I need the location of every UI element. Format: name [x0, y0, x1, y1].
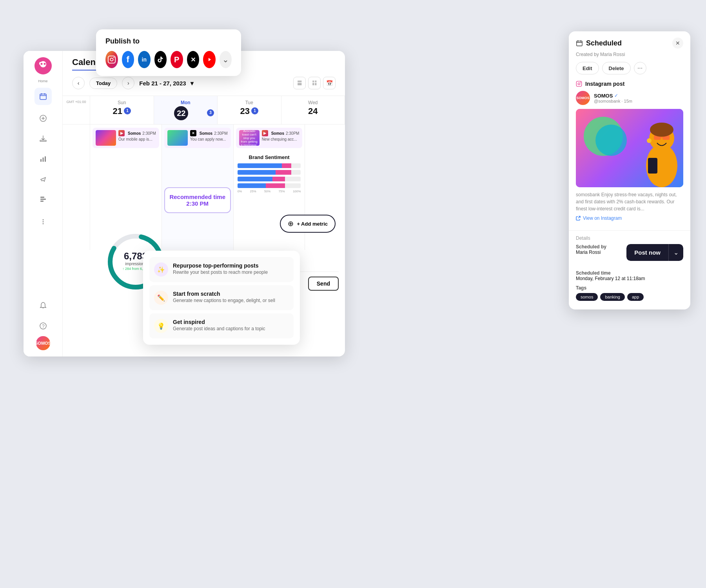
- calendar-grid-header: GMT +01:00 Sun 21 1 Mon 22 3 Tue: [63, 96, 345, 125]
- post-image: [576, 109, 683, 187]
- more-actions-button[interactable]: ···: [634, 62, 646, 74]
- svg-point-30: [113, 57, 114, 58]
- day-header-tue: Tue 23 1: [218, 96, 281, 125]
- date-range-selector[interactable]: Feb 21 - 27, 2023 ▼: [139, 80, 195, 87]
- ai-item-inspire[interactable]: 💡 Get inspired Generate post ideas and c…: [149, 313, 294, 338]
- sidebar-calendar[interactable]: [34, 88, 52, 105]
- sidebar-reports[interactable]: [34, 191, 52, 208]
- instagram-icon[interactable]: [105, 51, 118, 68]
- tags-list: somos banking app: [576, 293, 683, 301]
- svg-rect-16: [45, 156, 46, 162]
- svg-point-38: [580, 82, 581, 83]
- svg-point-20: [42, 219, 44, 221]
- post-now-button[interactable]: Post now: [626, 244, 668, 261]
- more-platforms-button[interactable]: ⌄: [220, 51, 232, 68]
- day-header-mon: Mon 22 3: [154, 96, 218, 125]
- svg-point-21: [42, 221, 44, 223]
- gmt-label: GMT +01:00: [63, 96, 90, 125]
- platform-icon-ig: ▶: [118, 130, 125, 136]
- post-thumbnail-sun: [96, 130, 116, 146]
- view-on-instagram-link[interactable]: View on Instagram: [576, 215, 683, 221]
- post-thumbnail-mon: [167, 130, 188, 146]
- sidebar-download[interactable]: [34, 130, 52, 147]
- post-now-chevron-button[interactable]: ⌄: [668, 244, 683, 261]
- svg-rect-19: [40, 201, 44, 202]
- svg-rect-5: [40, 94, 46, 100]
- ai-item-scratch[interactable]: ✏️ Start from scratch Generate new capti…: [149, 285, 294, 310]
- post-card-mon[interactable]: ✕ Somos 2:30PM You can apply now...: [164, 128, 231, 148]
- sidebar-notifications[interactable]: [34, 297, 52, 314]
- delete-button[interactable]: Delete: [602, 62, 631, 74]
- svg-rect-32: [577, 41, 582, 46]
- sidebar: Home ? SOMOS: [24, 51, 63, 356]
- svg-rect-14: [40, 159, 42, 162]
- svg-rect-12: [40, 140, 46, 141]
- publish-title: Publish to: [105, 37, 232, 45]
- linkedin-icon[interactable]: in: [138, 51, 151, 68]
- post-now-container: Post now ⌄ 👆: [626, 244, 683, 261]
- svg-text:?: ?: [42, 324, 45, 329]
- tag-banking: banking: [600, 293, 625, 301]
- app-logo[interactable]: [34, 57, 52, 74]
- calendar-view-button[interactable]: 📅: [323, 77, 336, 89]
- scheduled-header: Scheduled ✕: [569, 31, 690, 52]
- brand-sentiment-widget: Brand Sentiment: [236, 154, 303, 193]
- next-week-button[interactable]: ›: [122, 77, 134, 89]
- send-button[interactable]: Send: [308, 277, 339, 291]
- publish-icons: f in P ✕ ⌄: [105, 51, 232, 68]
- sidebar-help[interactable]: ?: [34, 317, 52, 335]
- list-view-button[interactable]: ☰: [293, 77, 306, 89]
- view-buttons: ☰ ☷ 📅: [293, 77, 336, 89]
- details-section: Details Scheduled by Maria Rossi Post no…: [569, 230, 690, 309]
- svg-point-22: [42, 223, 44, 224]
- prev-week-button[interactable]: ‹: [72, 77, 85, 89]
- post-card-tue[interactable]: Avocado toast can't stop you from gettin…: [236, 128, 303, 148]
- ai-tools-panel: ✨ Repurpose top-performing posts Rewrite…: [143, 251, 300, 345]
- user-avatar[interactable]: SOMOS: [36, 336, 50, 350]
- instagram-post-section: Instagram post SOMOS SOMOS ✓ @somosbank …: [569, 81, 690, 230]
- sidebar-more[interactable]: [34, 213, 52, 230]
- person-figure: [640, 111, 683, 187]
- grid-view-button[interactable]: ☷: [308, 77, 321, 89]
- add-metric-btn-inner[interactable]: ⊕ + Add metric: [280, 215, 336, 233]
- instagram-profile: SOMOS SOMOS ✓ @somosbank · 15m: [576, 91, 683, 105]
- day-header-sun: Sun 21 1: [90, 96, 154, 125]
- scratch-icon: ✏️: [154, 291, 168, 305]
- platform-icon-x: ✕: [190, 130, 196, 136]
- facebook-icon[interactable]: f: [122, 51, 134, 68]
- sidebar-campaigns[interactable]: [34, 171, 52, 188]
- svg-marker-31: [209, 58, 211, 61]
- home-label: Home: [38, 79, 47, 83]
- sentiment-axis: 0%25%50%75%100%: [238, 190, 301, 193]
- close-scheduled-button[interactable]: ✕: [672, 38, 683, 49]
- ai-item-repurpose[interactable]: ✨ Repurpose top-performing posts Rewrite…: [149, 257, 294, 282]
- post-card-sun[interactable]: ▶ Somos 2:30PM Our mobile app is...: [93, 128, 159, 148]
- scheduled-creator: Created by Maria Rossi: [569, 52, 690, 62]
- sentiment-bar-1: [238, 163, 301, 168]
- instagram-post-icon: [576, 81, 582, 87]
- edit-button[interactable]: Edit: [576, 62, 599, 74]
- svg-rect-46: [648, 158, 657, 174]
- tiktok-icon[interactable]: [154, 51, 167, 68]
- sentiment-bar-2: [238, 170, 301, 175]
- sentiment-bar-3: [238, 177, 301, 181]
- youtube-icon[interactable]: [203, 51, 216, 68]
- time-column: [63, 125, 90, 250]
- calendar-small-icon: [576, 40, 583, 47]
- svg-point-3: [40, 63, 42, 65]
- day-header-wed: Wed 24: [281, 96, 345, 125]
- tags-row: Tags somos banking app: [576, 285, 683, 301]
- svg-point-44: [650, 123, 673, 137]
- day-col-mon: ✕ Somos 2:30PM You can apply now... Reco…: [162, 125, 234, 250]
- pinterest-icon[interactable]: P: [171, 51, 183, 68]
- svg-point-37: [578, 83, 580, 85]
- external-link-icon: [576, 216, 581, 221]
- tag-app: app: [627, 293, 644, 301]
- scheduled-time-row: Scheduled time Monday, February 12 at 11…: [576, 270, 683, 281]
- sidebar-compose[interactable]: [34, 110, 52, 127]
- add-metric-button[interactable]: ⊕ + Add metric: [280, 215, 336, 233]
- sidebar-analytics[interactable]: [34, 150, 52, 168]
- scheduled-actions: Edit Delete ···: [569, 62, 690, 81]
- x-icon[interactable]: ✕: [187, 51, 200, 68]
- today-button[interactable]: Today: [89, 78, 117, 89]
